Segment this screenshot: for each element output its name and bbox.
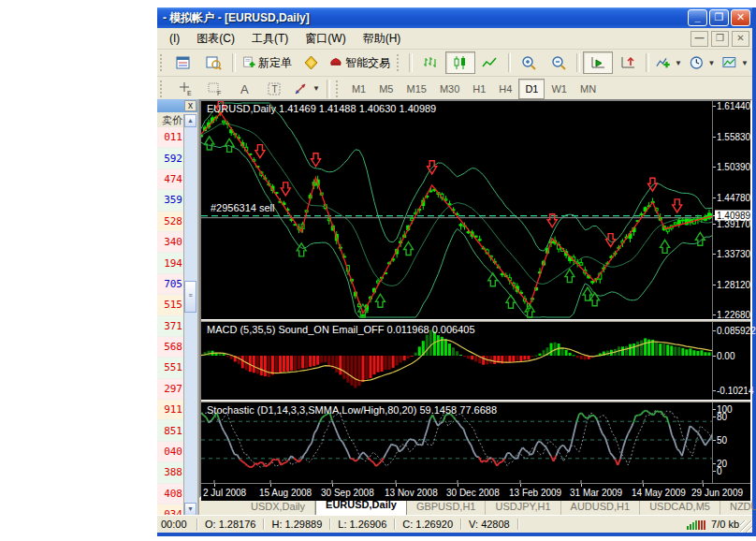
expert-advisors-button-label: 智能交易 (345, 55, 390, 71)
market-watch-row[interactable]: 388 (157, 462, 184, 483)
axis-tick (713, 106, 716, 107)
toolbar-separator (576, 53, 580, 72)
timeframe-m15-button[interactable]: M15 (400, 79, 432, 99)
zoom-in-icon (521, 55, 537, 70)
market-watch-row[interactable]: 340 (157, 232, 184, 253)
window-maximize-button[interactable]: ❐ (709, 9, 729, 26)
mdi-minimize-button[interactable]: — (691, 31, 708, 47)
scroll-down-icon[interactable]: ▼ (184, 503, 196, 516)
candles-icon (452, 55, 468, 70)
window-close-button[interactable]: ✕ (731, 9, 750, 26)
macd-axis-label: -0.10214 (717, 386, 753, 396)
window-minimize-button[interactable]: _ (688, 9, 707, 26)
market-watch-row[interactable]: 705 (157, 274, 184, 295)
market-watch-row[interactable]: 011 (157, 127, 184, 148)
market-watch-row[interactable]: 474 (157, 169, 184, 190)
scrollbar-thumb[interactable]: ≡ (184, 281, 196, 313)
menu-item-3[interactable]: 窗口(W) (297, 30, 354, 47)
chart-shift-button[interactable] (613, 51, 643, 74)
buy-up-arrow-icon (375, 294, 385, 307)
new-order-button[interactable]: 新定单 (239, 51, 296, 74)
market-watch-row[interactable]: 592 (157, 148, 184, 168)
market-watch-row[interactable]: 297 (157, 379, 184, 400)
status-cell-low: L: 1.26906 (330, 519, 395, 530)
mdi-restore-button[interactable]: ❐ (711, 31, 729, 47)
main-chart-panel[interactable]: #2956314 sell EURUSD,Daily 1.41469 1.414… (201, 101, 750, 319)
price-axis[interactable]: 1.614401.558301.503901.447801.409891.391… (712, 101, 750, 319)
zoom-in-button[interactable] (514, 51, 544, 74)
market-watch-row[interactable]: 040 (157, 442, 184, 462)
timeframe-w1-button[interactable]: W1 (545, 79, 574, 99)
market-watch-row[interactable]: 551 (157, 358, 184, 378)
chevron-down-icon: ▼ (313, 84, 320, 93)
market-watch-row[interactable]: 359 (157, 190, 184, 211)
macd-header: MACD (5,35,5) Sound_ON Email_OFF 0.01196… (207, 324, 475, 335)
market-watch-row[interactable]: 194 (157, 253, 184, 273)
resize-grip[interactable] (740, 520, 752, 533)
menu-bar: (I)图表(C)工具(T)窗口(W)帮助(H) — ❐ ✕ (157, 28, 752, 50)
stochastic-axis-label: 80 (717, 412, 727, 422)
data-window-button[interactable] (199, 51, 229, 74)
buy-up-arrow-icon (404, 241, 414, 255)
market-watch-scrollbar[interactable]: ▲ ≡ ▼ (183, 114, 197, 516)
market-watch-panel: x 卖价 01159247435952834019470551537156855… (157, 99, 199, 516)
line-chart-button[interactable] (475, 51, 505, 74)
templates-button[interactable]: ▼ (719, 51, 752, 74)
market-watch-row[interactable]: 851 (157, 420, 184, 441)
scroll-up-icon[interactable]: ▲ (184, 114, 196, 127)
zoom-out-button[interactable] (544, 51, 574, 74)
price-axis-label: 1.61440 (717, 101, 750, 111)
market-watch-row[interactable]: 568 (157, 337, 184, 358)
market-watch-button[interactable] (169, 51, 199, 74)
line-studies-toolbar: EFAT▼M1M5M15M30H1H4D1W1MN (157, 77, 752, 101)
indicators-button[interactable]: ▼ (652, 51, 686, 74)
periods-button[interactable]: ▼ (686, 51, 720, 74)
standard-toolbar: 新定单智能交易▼▼▼ (157, 50, 752, 77)
price-axis-label: 1.39170 (717, 219, 750, 229)
menu-item-4[interactable]: 帮助(H) (355, 30, 410, 47)
text-button[interactable]: A (229, 78, 259, 100)
crosshair-grid-button[interactable]: F (199, 78, 229, 100)
news-button[interactable] (296, 51, 326, 74)
crosshair-cursor-button[interactable]: E (169, 78, 199, 100)
auto-scroll-button[interactable] (583, 51, 613, 74)
chevron-down-icon: ▼ (741, 59, 749, 67)
timeframe-h1-button[interactable]: H1 (466, 79, 492, 99)
menu-item-0[interactable]: (I) (161, 30, 188, 47)
date-axis[interactable]: 2 Jul 200815 Aug 200830 Sep 200813 Nov 2… (201, 483, 750, 501)
window-titlebar[interactable]: - 模拟帐户 - [EURUSD,Daily] _ ❐ ✕ (157, 7, 752, 28)
toolbar-separator (409, 53, 413, 72)
menu-item-2[interactable]: 工具(T) (243, 30, 297, 47)
price-axis-label: 1.33730 (717, 249, 750, 259)
timeframe-h4-button[interactable]: H4 (492, 79, 518, 99)
text-label-button[interactable]: T (259, 78, 289, 100)
chart-window-eurusd: #2956314 sell EURUSD,Daily 1.41469 1.414… (199, 99, 752, 498)
mdi-close-button[interactable]: ✕ (732, 31, 749, 47)
market-watch-close-icon[interactable]: x (184, 100, 196, 111)
arrow-shapes-button[interactable]: ▼ (289, 78, 324, 100)
timeframe-mn-button[interactable]: MN (574, 79, 603, 99)
market-watch-row[interactable]: 515 (157, 295, 184, 315)
timeframe-m5-button[interactable]: M5 (372, 79, 400, 99)
axis-tick (713, 440, 716, 441)
bar-chart-button[interactable] (415, 51, 445, 74)
date-tick (520, 484, 521, 487)
market-watch-row[interactable]: 911 (157, 400, 184, 420)
menu-item-1[interactable]: 图表(C) (188, 30, 243, 47)
macd-axis-label: 0.00 (717, 351, 734, 361)
toolbar-separator (232, 53, 236, 72)
market-watch-row[interactable]: 528 (157, 212, 184, 232)
toolbar-grip (397, 54, 403, 71)
price-axis-label: 1.22680 (717, 310, 750, 320)
timeframe-m30-button[interactable]: M30 (433, 79, 466, 99)
traffic-counter: 7/0 kb (711, 519, 739, 530)
candlestick-chart-button[interactable] (445, 51, 475, 74)
market-watch-row[interactable]: 371 (157, 316, 184, 337)
market-watch-row[interactable]: 408 (157, 484, 184, 504)
market-watch-caption[interactable]: x (157, 99, 197, 112)
stochastic-panel[interactable]: Stochastic (D1,14,3,3,SMMA,Low/High,80,2… (201, 402, 750, 483)
expert-advisors-button[interactable]: 智能交易 (326, 51, 394, 74)
macd-panel[interactable]: MACD (5,35,5) Sound_ON Email_OFF 0.01196… (201, 322, 750, 400)
timeframe-d1-button[interactable]: D1 (518, 79, 545, 99)
timeframe-m1-button[interactable]: M1 (345, 79, 372, 99)
